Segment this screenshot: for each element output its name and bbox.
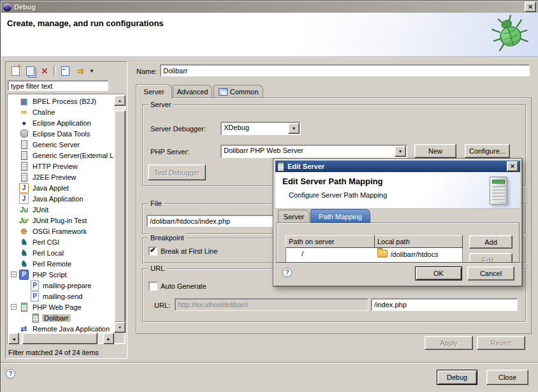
configurations-tree-wrap: ▦BPEL Process (B2J)∞Chaîne●Eclipse Appli… <box>7 94 126 344</box>
tree-item-j2ee-preview[interactable]: J2EE Preview <box>8 171 114 182</box>
close-button[interactable]: Close <box>486 370 528 385</box>
tree-item-java-applet[interactable]: JJava Applet <box>8 182 114 193</box>
php-server-select[interactable]: Dolibarr PHP Web Server ▼ <box>221 145 407 158</box>
revert-button[interactable]: Revert <box>477 336 525 350</box>
name-input[interactable] <box>160 64 530 76</box>
tree-item-junit-plug-in-test[interactable]: JuJUnit Plug-in Test <box>8 215 114 226</box>
help-icon[interactable]: ? <box>6 369 15 379</box>
tree-item-label: J2EE Preview <box>31 173 78 181</box>
collapse-node-icon[interactable]: − <box>11 304 19 310</box>
server-icon <box>277 162 284 171</box>
filter-input[interactable] <box>8 80 108 91</box>
tree-vertical-scrollbar[interactable]: ▲ ▼ <box>114 95 124 333</box>
column-header-path-on-server[interactable]: Path on server <box>286 236 375 248</box>
tree-item-php-script[interactable]: −PPHP Script <box>8 269 114 280</box>
collapse-node-icon[interactable]: − <box>11 272 19 277</box>
tree-item-dolibarr[interactable]: Dolibarr <box>8 312 114 323</box>
scroll-left-icon[interactable]: ◀ <box>8 333 19 344</box>
debug-button[interactable]: Debug <box>437 370 477 385</box>
banner-header: Create, manage, and run configurations <box>1 13 538 57</box>
java-icon: J <box>19 194 29 204</box>
eclipse-icon: ● <box>19 119 29 127</box>
chevron-down-icon[interactable]: ▼ <box>288 123 300 134</box>
tree-item-junit[interactable]: JuJUnit <box>8 204 114 215</box>
tree-item-generic-server-external-la[interactable]: Generic Server(External La <box>8 150 114 161</box>
local-path-cell[interactable]: /dolibarr/htdocs <box>375 248 463 260</box>
configurations-panel: ✕ ⇉ ▼ ▦BPEL Process (B2J)∞Chaîne●Eclipse… <box>5 61 127 359</box>
edit-server-close-icon[interactable]: ✕ <box>507 161 518 171</box>
tree-item-label: Perl Local <box>31 249 66 257</box>
tree-item-osgi-framework[interactable]: ⊕OSGi Framework <box>8 226 114 236</box>
tree-item-label: PHP Web Page <box>31 303 84 311</box>
url-path-input[interactable] <box>371 298 518 311</box>
tree-item-label: OSGi Framework <box>31 228 89 235</box>
tab-common[interactable]: Common <box>214 85 263 98</box>
dialog-tab-server[interactable]: Server <box>278 210 310 222</box>
apply-button[interactable]: Apply <box>425 336 473 350</box>
eclipse-icon <box>3 3 11 11</box>
tree-item-eclipse-application[interactable]: ●Eclipse Application <box>8 117 114 128</box>
window-close-icon[interactable]: ✕ <box>525 2 536 12</box>
window-titlebar[interactable]: Debug ✕ <box>1 1 538 13</box>
tree-item-eclipse-data-tools[interactable]: Eclipse Data Tools <box>8 128 114 139</box>
tree-item-php-web-page[interactable]: −PHP Web Page <box>8 301 114 312</box>
chain-icon: ∞ <box>19 108 29 117</box>
tree-item-perl-remote[interactable]: ♞Perl Remote <box>8 258 114 269</box>
tree-item-perl-cgi[interactable]: ♞Perl CGI <box>8 236 114 247</box>
tree-item-http-preview[interactable]: HTTP Preview <box>8 161 114 171</box>
scroll-down-icon[interactable]: ▼ <box>114 322 126 333</box>
new-configuration-icon[interactable] <box>10 65 21 76</box>
bug-icon <box>490 14 530 54</box>
tree-item-mailing-prepare[interactable]: Pmailing-prepare <box>8 280 114 291</box>
tree-horizontal-scrollbar[interactable]: ◀ ▶ <box>8 333 114 343</box>
debug-configurations-window: Debug ✕ Create, manage, and run configur… <box>0 0 538 392</box>
php-web-icon <box>19 303 29 312</box>
server-path-cell[interactable]: / <box>286 248 375 260</box>
filter-configurations-icon[interactable]: ⇉ <box>74 65 85 76</box>
horizontal-scroll-thumb[interactable] <box>22 333 98 344</box>
dialog-tab-path-mapping[interactable]: Path Mapping <box>310 209 370 223</box>
footer-separator <box>1 362 538 363</box>
table-icon <box>219 88 228 96</box>
chevron-down-icon[interactable]: ▼ <box>395 146 406 157</box>
tree-item-label: Dolibarr <box>42 314 71 322</box>
auto-generate-checkbox[interactable] <box>149 282 157 291</box>
configure-server-button[interactable]: Configure... <box>465 144 510 158</box>
perl-icon: ♞ <box>19 249 29 258</box>
tree-item-label: Eclipse Data Tools <box>31 130 92 138</box>
junit-icon: Ju <box>19 205 29 214</box>
folder-icon <box>377 250 388 258</box>
server-debugger-select[interactable]: XDebug ▼ <box>221 122 301 135</box>
tree-item-bpel-process-b2j-[interactable]: ▦BPEL Process (B2J) <box>8 96 114 106</box>
ok-button[interactable]: OK <box>415 266 462 280</box>
tree-item-generic-server[interactable]: Generic Server <box>8 139 114 150</box>
cancel-button[interactable]: Cancel <box>467 266 514 280</box>
edit-mapping-button[interactable]: Edit... <box>469 253 513 263</box>
dropdown-arrow-icon[interactable]: ▼ <box>89 65 95 76</box>
tree-item-mailing-send[interactable]: Pmailing-send <box>8 291 114 301</box>
tree-item-remote-java-application[interactable]: ⇄Remote Java Application <box>8 323 114 333</box>
vertical-scroll-thumb[interactable] <box>114 110 126 323</box>
collapse-all-icon[interactable] <box>59 65 71 76</box>
duplicate-configuration-icon[interactable] <box>24 65 36 76</box>
scroll-right-icon[interactable]: ▶ <box>103 333 114 344</box>
break-first-line-checkbox[interactable] <box>149 247 157 256</box>
new-server-button[interactable]: New <box>414 144 456 158</box>
scroll-up-icon[interactable]: ▲ <box>114 95 126 106</box>
url-label: URL: <box>154 301 170 309</box>
edit-server-titlebar[interactable]: Edit Server ✕ <box>275 161 520 172</box>
path-mapping-row[interactable]: //dolibarr/htdocs <box>286 248 463 260</box>
delete-configuration-icon[interactable]: ✕ <box>39 65 50 76</box>
tree-item-java-application[interactable]: JJava Application <box>8 193 114 204</box>
tree-item-cha-ne[interactable]: ∞Chaîne <box>8 106 114 117</box>
add-mapping-button[interactable]: Add <box>469 235 513 249</box>
column-header-local-path[interactable]: Local path <box>375 236 463 248</box>
test-debugger-button[interactable]: Test Debugger <box>148 164 206 180</box>
tab-server[interactable]: Server <box>136 84 172 99</box>
tree-item-perl-local[interactable]: ♞Perl Local <box>8 247 114 258</box>
tree-item-label: Generic Server <box>31 141 82 149</box>
server-icon <box>19 151 29 160</box>
tab-advanced[interactable]: Advanced <box>173 85 212 98</box>
php-server-label: PHP Server: <box>150 148 189 156</box>
dialog-help-icon[interactable]: ? <box>282 268 292 277</box>
